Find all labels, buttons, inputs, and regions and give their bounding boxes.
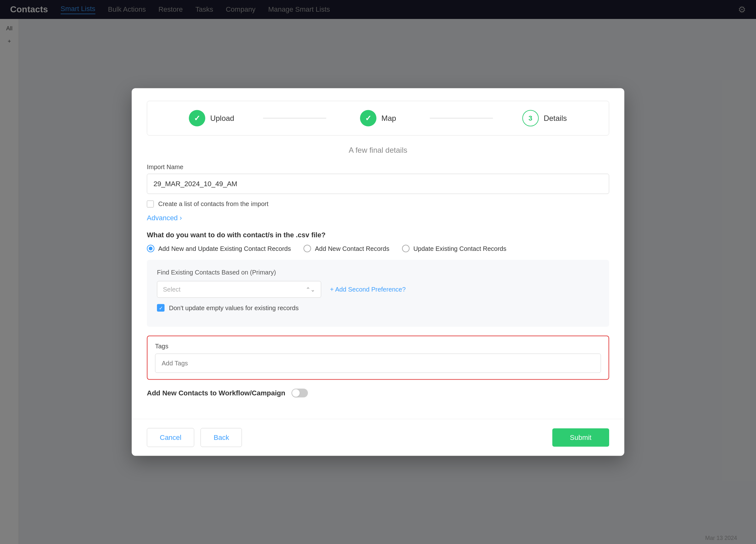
workflow-toggle[interactable]	[291, 389, 308, 397]
radio-add-update[interactable]: Add New and Update Existing Contact Reco…	[147, 245, 291, 253]
advanced-label: Advanced	[147, 214, 178, 222]
advanced-link[interactable]: Advanced ›	[147, 214, 182, 222]
radio-update-label: Update Existing Contact Records	[413, 245, 507, 252]
dont-update-row: ✓ Don't update empty values for existing…	[157, 304, 599, 312]
section-subtitle: A few final details	[147, 146, 609, 155]
submit-button[interactable]: Submit	[552, 428, 609, 447]
radio-add-new-circle	[303, 245, 311, 253]
radio-update[interactable]: Update Existing Contact Records	[402, 245, 507, 253]
radio-add-update-circle	[147, 245, 154, 253]
radio-add-update-label: Add New and Update Existing Contact Reco…	[158, 245, 291, 252]
step-upload: Upload	[160, 110, 263, 127]
select-row: Select ⌃⌄ + Add Second Preference?	[157, 281, 599, 298]
cancel-button[interactable]: Cancel	[147, 428, 194, 447]
tags-input[interactable]	[155, 354, 601, 373]
bottom-date: Mar 13 2024	[705, 535, 737, 541]
tags-section: Tags	[147, 336, 609, 380]
find-existing-label: Find Existing Contacts Based on (Primary…	[157, 269, 599, 276]
step-details: 3 Details	[493, 110, 596, 127]
find-existing-section: Find Existing Contacts Based on (Primary…	[147, 260, 609, 327]
import-modal: Upload Map 3 Details A few final details…	[132, 88, 624, 456]
advanced-chevron-icon: ›	[180, 214, 182, 222]
add-second-preference-link[interactable]: + Add Second Preference?	[330, 286, 406, 293]
step-divider-1	[263, 118, 326, 119]
footer-left-buttons: Cancel Back	[147, 428, 242, 447]
workflow-label: Add New Contacts to Workflow/Campaign	[147, 389, 285, 397]
step-divider-2	[430, 118, 493, 119]
upload-checkmark-icon	[194, 114, 200, 123]
step-map: Map	[326, 110, 429, 127]
step-upload-label: Upload	[210, 114, 234, 123]
map-checkmark-icon	[365, 114, 371, 123]
tags-label: Tags	[155, 343, 601, 350]
modal-footer: Cancel Back Submit	[132, 419, 624, 456]
create-list-row: Create a list of contacts from the impor…	[147, 200, 609, 208]
step-details-label: Details	[544, 114, 567, 123]
step-upload-circle	[189, 110, 205, 127]
import-name-input[interactable]	[147, 174, 609, 194]
radio-update-circle	[402, 245, 410, 253]
dont-update-checkbox[interactable]: ✓	[157, 304, 165, 312]
select-placeholder: Select	[163, 286, 181, 293]
import-name-label: Import Name	[147, 164, 609, 171]
select-arrows-icon: ⌃⌄	[306, 286, 315, 293]
primary-select[interactable]: Select ⌃⌄	[157, 281, 321, 298]
step-map-circle	[360, 110, 376, 127]
workflow-row: Add New Contacts to Workflow/Campaign	[147, 389, 609, 397]
back-button[interactable]: Back	[201, 428, 242, 447]
radio-group: Add New and Update Existing Contact Reco…	[147, 245, 609, 253]
create-list-checkbox[interactable]	[147, 200, 154, 207]
step-details-number: 3	[529, 114, 532, 123]
radio-question: What do you want to do with contact/s in…	[147, 231, 609, 239]
radio-add-new[interactable]: Add New Contact Records	[303, 245, 389, 253]
radio-add-new-label: Add New Contact Records	[315, 245, 389, 252]
stepper: Upload Map 3 Details	[147, 101, 609, 136]
step-details-circle: 3	[522, 110, 539, 127]
dont-update-label: Don't update empty values for existing r…	[169, 304, 299, 311]
create-list-label: Create a list of contacts from the impor…	[158, 200, 268, 208]
step-map-label: Map	[381, 114, 396, 123]
toggle-knob	[292, 389, 300, 397]
